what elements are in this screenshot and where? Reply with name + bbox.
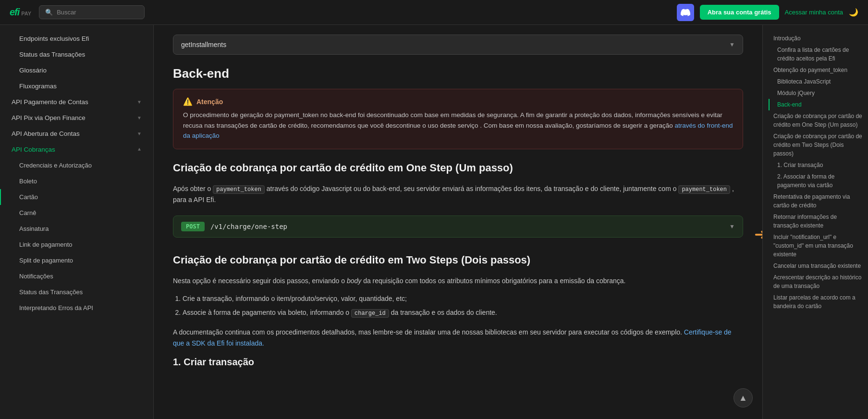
charge-id-code: charge_id — [351, 309, 389, 318]
logo-efi-text: efi — [10, 7, 19, 18]
header-right: Abra sua conta grátis Acessar minha cont… — [677, 4, 858, 21]
sidebar-item-status-2[interactable]: Status das Transações — [0, 284, 153, 300]
sidebar-item-api-cobrancas[interactable]: API Cobranças ▼ — [0, 142, 153, 157]
payment-token-code-2: payment_token — [678, 185, 730, 194]
sidebar-item-fluxogramas[interactable]: Fluxogramas — [0, 78, 153, 94]
two-steps-intro: Nesta opção é necessário seguir dois pas… — [173, 275, 743, 287]
sidebar-item-carne[interactable]: Carnê — [0, 205, 153, 221]
api-selector[interactable]: getInstallments ▼ — [173, 35, 743, 55]
left-sidebar: Endpoints exclusivos Efi Status das Tran… — [0, 25, 154, 419]
search-icon: 🔍 — [45, 9, 53, 16]
body-italic: body — [347, 277, 361, 285]
search-placeholder: Buscar — [57, 9, 76, 16]
warning-text: O procedimento de geração do payment_tok… — [183, 110, 733, 141]
toc-item-retornar-info[interactable]: Retornar informações de transação existe… — [769, 211, 862, 231]
two-steps-title: Criação de cobrança por cartão de crédit… — [173, 253, 743, 268]
backend-title: Back-end — [173, 66, 743, 81]
sidebar-item-api-pagamento[interactable]: API Pagamento de Contas ▼ — [0, 94, 153, 110]
endpoint-expand-icon: ▼ — [729, 223, 735, 230]
toc-item-criacao-two-steps[interactable]: Criação de cobrança por cartão de crédit… — [769, 131, 862, 159]
main-layout: Endpoints exclusivos Efi Status das Tran… — [0, 25, 868, 419]
api-selector-value: getInstallments — [181, 41, 226, 48]
toc-item-associar-cartao[interactable]: 2. Associar à forma de pagamento via car… — [769, 171, 862, 191]
login-link[interactable]: Acessar minha conta — [785, 9, 843, 16]
chevron-down-icon: ▼ — [137, 131, 142, 136]
toc-item-criacao-one-step[interactable]: Criação de cobrança por cartão de crédit… — [769, 110, 862, 131]
logo-pay-text: PAY — [21, 11, 31, 16]
one-step-title: Criação de cobrança por cartão de crédit… — [173, 161, 743, 176]
payment-token-code-1: payment_token — [213, 185, 265, 194]
warning-box: ⚠️ Atenção O procedimento de geração do … — [173, 89, 743, 149]
toc-item-backend[interactable]: Back-end — [769, 99, 862, 110]
chevron-down-icon: ▼ — [137, 99, 142, 105]
sidebar-item-split-pagamento[interactable]: Split de pagamento — [0, 252, 153, 268]
toc-container: IntroduçãoConfira a lista de cartões de … — [769, 33, 862, 312]
sidebar-item-boleto[interactable]: Boleto — [0, 173, 153, 189]
theme-toggle-button[interactable]: 🌙 — [849, 8, 858, 17]
search-bar[interactable]: 🔍 Buscar — [39, 5, 145, 19]
chevron-down-icon: ▼ — [729, 41, 735, 48]
toc-item-payment-token[interactable]: Obtenção do payment_token — [769, 64, 862, 76]
endpoint-container: POST /v1/charge/one-step ▼ ➜ — [173, 215, 743, 253]
toc-item-criar-transacao[interactable]: 1. Criar transação — [769, 159, 862, 171]
discord-button[interactable] — [677, 4, 694, 21]
endpoint-path: /v1/charge/one-step — [210, 223, 287, 230]
toc-item-introducao[interactable]: Introdução — [769, 33, 862, 44]
endpoint-bar[interactable]: POST /v1/charge/one-step ▼ — [173, 215, 743, 238]
header: efi PAY 🔍 Buscar Abra sua conta grátis A… — [0, 0, 868, 25]
main-content: getInstallments ▼ Back-end ⚠️ Atenção O … — [154, 25, 762, 419]
orange-arrow-annotation: ➜ — [754, 225, 762, 243]
cta-button[interactable]: Abra sua conta grátis — [700, 5, 779, 20]
toc-item-listar-parcelas[interactable]: Listar parcelas de acordo com a bandeira… — [769, 292, 862, 312]
right-sidebar: IntroduçãoConfira a lista de cartões de … — [762, 25, 868, 419]
scroll-top-button[interactable]: ▲ — [734, 388, 753, 407]
warning-icon: ⚠️ — [183, 97, 193, 106]
toc-item-acrescentar[interactable]: Acrescentar descrição ao histórico de um… — [769, 272, 862, 292]
list-item: Associe à forma de pagamento via boleto,… — [183, 307, 743, 319]
endpoint-left: POST /v1/charge/one-step — [181, 222, 287, 231]
sidebar-item-api-pix[interactable]: API Pix via Open Finance ▼ — [0, 110, 153, 126]
chevron-down-icon: ▼ — [137, 115, 142, 120]
sidebar-item-status-1[interactable]: Status das Transações — [0, 47, 153, 62]
sidebar-item-endpoints[interactable]: Endpoints exclusivos Efi — [0, 31, 153, 47]
sidebar-item-api-abertura[interactable]: API Abertura de Contas ▼ — [0, 126, 153, 142]
create-transaction-title: 1. Criar transação — [173, 355, 743, 369]
warning-title: ⚠️ Atenção — [183, 97, 733, 106]
logo[interactable]: efi PAY — [10, 7, 31, 18]
toc-item-incluir-notification[interactable]: Incluir "notification_url" e "custom_id"… — [769, 231, 862, 260]
toc-item-retentativa[interactable]: Retentativa de pagamento via cartão de c… — [769, 191, 862, 211]
toc-item-modulo-jquery[interactable]: Módulo jQuery — [769, 87, 862, 99]
toc-item-cancelar[interactable]: Cancelar uma transação existente — [769, 260, 862, 272]
two-steps-note: A documentação continua com os procedime… — [173, 327, 743, 350]
sidebar-item-assinatura[interactable]: Assinatura — [0, 221, 153, 237]
one-step-description: Após obter o payment_token através do có… — [173, 183, 743, 206]
method-badge: POST — [181, 222, 205, 231]
sidebar-item-notificacoes[interactable]: Notificações — [0, 268, 153, 284]
sidebar-item-glossario[interactable]: Glossário — [0, 62, 153, 78]
sidebar-item-credenciais[interactable]: Credenciais e Autorização — [0, 157, 153, 173]
toc-item-biblioteca-js[interactable]: Biblioteca JavaScript — [769, 76, 862, 87]
sidebar-item-interpretando[interactable]: Interpretando Erros da API — [0, 300, 153, 316]
toc-item-lista-cartoes[interactable]: Confira a lista de cartões de crédito ac… — [769, 44, 862, 64]
sidebar-item-link-pagamento[interactable]: Link de pagamento — [0, 237, 153, 252]
sidebar-item-cartao[interactable]: Cartão — [0, 189, 153, 205]
two-steps-list: Crie a transação, informando o item/prod… — [183, 293, 743, 319]
chevron-up-icon: ▼ — [137, 147, 142, 152]
list-item: Crie a transação, informando o item/prod… — [183, 293, 743, 305]
